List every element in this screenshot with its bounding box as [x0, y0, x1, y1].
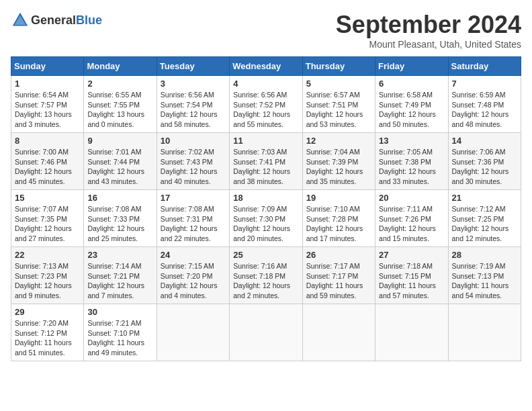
day-number: 16: [87, 193, 152, 203]
calendar-cell: 19Sunrise: 7:10 AMSunset: 7:28 PMDayligh…: [302, 190, 375, 247]
day-detail: Sunrise: 7:20 AMSunset: 7:12 PMDaylight:…: [15, 318, 80, 358]
day-number: 9: [87, 136, 152, 146]
day-number: 1: [15, 79, 80, 89]
location: Mount Pleasant, Utah, United States: [336, 39, 521, 50]
weekday-header: Monday: [84, 57, 157, 76]
day-detail: Sunrise: 7:07 AMSunset: 7:35 PMDaylight:…: [15, 204, 80, 244]
day-detail: Sunrise: 7:16 AMSunset: 7:18 PMDaylight:…: [233, 261, 298, 301]
calendar-cell: 12Sunrise: 7:04 AMSunset: 7:39 PMDayligh…: [302, 133, 375, 190]
day-number: 10: [161, 136, 226, 146]
day-detail: Sunrise: 6:59 AMSunset: 7:48 PMDaylight:…: [452, 90, 517, 130]
title-block: September 2024 Mount Pleasant, Utah, Uni…: [336, 11, 521, 50]
day-detail: Sunrise: 7:15 AMSunset: 7:20 PMDaylight:…: [161, 261, 226, 301]
day-detail: Sunrise: 7:10 AMSunset: 7:28 PMDaylight:…: [306, 204, 371, 244]
weekday-header: Tuesday: [157, 57, 229, 76]
calendar-cell: 22Sunrise: 7:13 AMSunset: 7:23 PMDayligh…: [11, 247, 84, 304]
day-detail: Sunrise: 7:04 AMSunset: 7:39 PMDaylight:…: [306, 147, 371, 187]
day-detail: Sunrise: 7:18 AMSunset: 7:15 PMDaylight:…: [379, 261, 444, 301]
day-number: 18: [233, 193, 298, 203]
calendar-cell: 27Sunrise: 7:18 AMSunset: 7:15 PMDayligh…: [375, 247, 448, 304]
day-detail: Sunrise: 7:21 AMSunset: 7:10 PMDaylight:…: [87, 318, 152, 358]
calendar-cell: 17Sunrise: 7:08 AMSunset: 7:31 PMDayligh…: [157, 190, 229, 247]
day-detail: Sunrise: 6:56 AMSunset: 7:52 PMDaylight:…: [233, 90, 298, 130]
calendar-cell: 10Sunrise: 7:02 AMSunset: 7:43 PMDayligh…: [157, 133, 229, 190]
calendar-cell: 20Sunrise: 7:11 AMSunset: 7:26 PMDayligh…: [375, 190, 448, 247]
day-detail: Sunrise: 7:14 AMSunset: 7:21 PMDaylight:…: [87, 261, 152, 301]
day-number: 3: [161, 79, 226, 89]
calendar-week-row: 22Sunrise: 7:13 AMSunset: 7:23 PMDayligh…: [11, 247, 521, 304]
calendar-cell: 16Sunrise: 7:08 AMSunset: 7:33 PMDayligh…: [84, 190, 157, 247]
day-detail: Sunrise: 7:01 AMSunset: 7:44 PMDaylight:…: [87, 147, 152, 187]
calendar-cell: 29Sunrise: 7:20 AMSunset: 7:12 PMDayligh…: [11, 304, 84, 361]
calendar-cell: [448, 304, 521, 361]
calendar-week-row: 1Sunrise: 6:54 AMSunset: 7:57 PMDaylight…: [11, 76, 521, 133]
calendar-week-row: 29Sunrise: 7:20 AMSunset: 7:12 PMDayligh…: [11, 304, 521, 361]
day-detail: Sunrise: 7:19 AMSunset: 7:13 PMDaylight:…: [452, 261, 517, 301]
calendar-cell: 13Sunrise: 7:05 AMSunset: 7:38 PMDayligh…: [375, 133, 448, 190]
calendar-week-row: 8Sunrise: 7:00 AMSunset: 7:46 PMDaylight…: [11, 133, 521, 190]
calendar-cell: 3Sunrise: 6:56 AMSunset: 7:54 PMDaylight…: [157, 76, 229, 133]
weekday-header: Sunday: [11, 57, 84, 76]
day-detail: Sunrise: 6:57 AMSunset: 7:51 PMDaylight:…: [306, 90, 371, 130]
day-number: 20: [379, 193, 444, 203]
day-detail: Sunrise: 7:02 AMSunset: 7:43 PMDaylight:…: [161, 147, 226, 187]
calendar-cell: 5Sunrise: 6:57 AMSunset: 7:51 PMDaylight…: [302, 76, 375, 133]
day-number: 4: [233, 79, 298, 89]
calendar-cell: 28Sunrise: 7:19 AMSunset: 7:13 PMDayligh…: [448, 247, 521, 304]
calendar-cell: 2Sunrise: 6:55 AMSunset: 7:55 PMDaylight…: [84, 76, 157, 133]
day-number: 19: [306, 193, 371, 203]
day-detail: Sunrise: 7:13 AMSunset: 7:23 PMDaylight:…: [15, 261, 80, 301]
day-number: 12: [306, 136, 371, 146]
calendar-cell: 11Sunrise: 7:03 AMSunset: 7:41 PMDayligh…: [230, 133, 302, 190]
calendar-cell: 24Sunrise: 7:15 AMSunset: 7:20 PMDayligh…: [157, 247, 229, 304]
weekday-header: Wednesday: [230, 57, 302, 76]
day-detail: Sunrise: 7:09 AMSunset: 7:30 PMDaylight:…: [233, 204, 298, 244]
calendar-cell: [230, 304, 302, 361]
day-number: 27: [379, 250, 444, 260]
day-detail: Sunrise: 7:17 AMSunset: 7:17 PMDaylight:…: [306, 261, 371, 301]
calendar-week-row: 15Sunrise: 7:07 AMSunset: 7:35 PMDayligh…: [11, 190, 521, 247]
day-number: 25: [233, 250, 298, 260]
logo: GeneralBlue: [11, 11, 102, 30]
day-detail: Sunrise: 6:56 AMSunset: 7:54 PMDaylight:…: [161, 90, 226, 130]
day-number: 21: [452, 193, 517, 203]
calendar-cell: 9Sunrise: 7:01 AMSunset: 7:44 PMDaylight…: [84, 133, 157, 190]
day-number: 28: [452, 250, 517, 260]
logo-text: GeneralBlue: [31, 13, 102, 28]
day-number: 6: [379, 79, 444, 89]
day-detail: Sunrise: 7:11 AMSunset: 7:26 PMDaylight:…: [379, 204, 444, 244]
calendar-cell: 15Sunrise: 7:07 AMSunset: 7:35 PMDayligh…: [11, 190, 84, 247]
month-title: September 2024: [336, 11, 521, 39]
weekday-header: Saturday: [448, 57, 521, 76]
weekday-header: Friday: [375, 57, 448, 76]
day-detail: Sunrise: 6:55 AMSunset: 7:55 PMDaylight:…: [87, 90, 152, 130]
day-number: 14: [452, 136, 517, 146]
day-number: 5: [306, 79, 371, 89]
calendar-cell: 6Sunrise: 6:58 AMSunset: 7:49 PMDaylight…: [375, 76, 448, 133]
weekday-header: Thursday: [302, 57, 375, 76]
day-number: 11: [233, 136, 298, 146]
day-detail: Sunrise: 7:00 AMSunset: 7:46 PMDaylight:…: [15, 147, 80, 187]
calendar-cell: 8Sunrise: 7:00 AMSunset: 7:46 PMDaylight…: [11, 133, 84, 190]
day-detail: Sunrise: 7:08 AMSunset: 7:31 PMDaylight:…: [161, 204, 226, 244]
calendar-cell: [302, 304, 375, 361]
day-detail: Sunrise: 6:54 AMSunset: 7:57 PMDaylight:…: [15, 90, 80, 130]
calendar-cell: 4Sunrise: 6:56 AMSunset: 7:52 PMDaylight…: [230, 76, 302, 133]
day-number: 22: [15, 250, 80, 260]
calendar-cell: 14Sunrise: 7:06 AMSunset: 7:36 PMDayligh…: [448, 133, 521, 190]
day-number: 17: [161, 193, 226, 203]
page-header: GeneralBlue September 2024 Mount Pleasan…: [11, 11, 521, 50]
day-number: 29: [15, 307, 80, 317]
calendar-cell: 25Sunrise: 7:16 AMSunset: 7:18 PMDayligh…: [230, 247, 302, 304]
calendar-cell: 18Sunrise: 7:09 AMSunset: 7:30 PMDayligh…: [230, 190, 302, 247]
calendar-cell: 23Sunrise: 7:14 AMSunset: 7:21 PMDayligh…: [84, 247, 157, 304]
calendar-table: SundayMondayTuesdayWednesdayThursdayFrid…: [11, 56, 521, 361]
logo-blue: Blue: [76, 13, 102, 27]
day-detail: Sunrise: 6:58 AMSunset: 7:49 PMDaylight:…: [379, 90, 444, 130]
calendar-cell: [375, 304, 448, 361]
day-number: 13: [379, 136, 444, 146]
day-number: 2: [87, 79, 152, 89]
calendar-cell: [157, 304, 229, 361]
day-number: 8: [15, 136, 80, 146]
day-number: 15: [15, 193, 80, 203]
